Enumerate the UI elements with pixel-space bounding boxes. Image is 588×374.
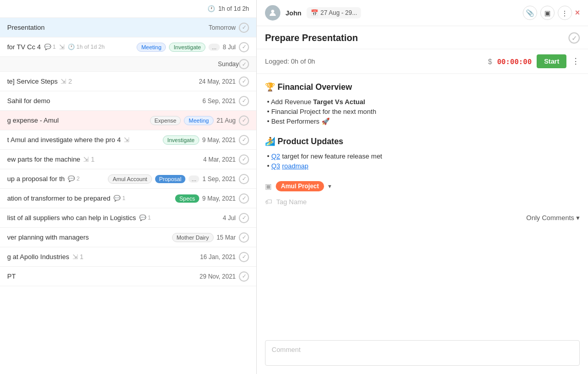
task-row[interactable]: ver planning with managersMother Dairy15… [0, 228, 256, 247]
check-circle[interactable]: ✓ [239, 135, 249, 145]
task-title: ew parts for the machine [7, 155, 80, 163]
tag-row: 🏷 Tag Name [265, 198, 580, 206]
task-title: g at Apollo Industries [7, 253, 69, 261]
task-date: 21 Aug [217, 117, 236, 124]
check-circle[interactable]: ✓ [239, 232, 249, 243]
task-row-left: list of all suppliers who can help in Lo… [7, 214, 219, 222]
tag-icon: 🏷 [265, 198, 272, 206]
attachment-button[interactable]: 📎 [523, 6, 537, 20]
task-badge: Specs [175, 194, 199, 203]
close-button[interactable]: × [575, 8, 580, 17]
check-circle[interactable]: ✓ [239, 174, 249, 184]
only-comments-button[interactable]: Only Comments ▾ [526, 214, 580, 222]
q2-link[interactable]: Q2 [271, 152, 280, 160]
task-row-right: 6 Sep, 2021✓ [202, 96, 249, 106]
left-header: 🕐 1h of 1d 2h [0, 0, 256, 18]
task-row-right: MeetingInvestigate...8 Jul✓ [137, 42, 249, 52]
task-title: up a proposal for th [7, 175, 65, 183]
task-row-right: 24 May, 2021✓ [199, 76, 249, 87]
task-date: 9 May, 2021 [202, 195, 236, 202]
square-button[interactable]: ▣ [540, 6, 555, 20]
task-title-bar: Prepare Presentation ✓ [257, 26, 588, 49]
task-badge: Mother Dairy [172, 233, 214, 242]
more-button[interactable]: ... [188, 175, 199, 183]
task-row[interactable]: g expense - AmulExpenseMeeting21 Aug✓ [0, 111, 256, 130]
bullet-item: Add Revenue Target Vs Actual [267, 97, 580, 107]
task-title: te] Service Steps [7, 77, 58, 85]
bullet-item: Financial Project for the next month [267, 107, 580, 116]
check-circle[interactable]: ✓ [239, 193, 249, 204]
q3-link[interactable]: Q3 [271, 162, 280, 170]
project-badge[interactable]: Amul Project [276, 181, 324, 191]
dollar-icon: $ [488, 57, 492, 66]
comment-icon: 💬 1 [44, 44, 56, 50]
task-row[interactable]: list of all suppliers who can help in Lo… [0, 208, 256, 228]
task-row-right: Mother Dairy15 Mar✓ [172, 232, 249, 243]
task-row-right: 29 Nov, 2021✓ [200, 271, 250, 282]
roadmap-link[interactable]: roadmap [282, 162, 308, 170]
task-title: g expense - Amul [7, 116, 59, 124]
task-row-right: Tomorrow✓ [208, 23, 249, 33]
logged-label: Logged: 0h of 0h [265, 57, 483, 65]
product-bullets: Q2 target for new feature release met Q3… [265, 151, 580, 171]
check-circle[interactable]: ✓ [239, 76, 249, 87]
task-row-left: Presentation [7, 24, 204, 31]
comment-input[interactable]: Comment [265, 340, 580, 366]
subtask-icon: ⇲ [124, 136, 129, 144]
subtask-icon: ⇲ 2 [61, 77, 72, 85]
subtask-icon: ⇲ [59, 43, 65, 51]
product-heading: 🏄 Product Updates [265, 136, 580, 146]
task-row-right: Investigate9 May, 2021✓ [163, 135, 249, 145]
check-circle[interactable]: ✓ [239, 23, 249, 33]
check-circle[interactable]: ✓ [239, 96, 249, 106]
task-row[interactable]: PT29 Nov, 2021✓ [0, 267, 256, 286]
only-comments-row: Only Comments ▾ [265, 214, 580, 222]
dropdown-icon: ▾ [576, 214, 580, 222]
task-badge: Investigate [169, 43, 205, 52]
task-title: ation of transformer to be prepared [7, 194, 110, 202]
financial-section: 🏆 Financial Overview Add Revenue Target … [265, 82, 580, 126]
check-circle[interactable]: ✓ [239, 115, 249, 126]
task-row-left: g at Apollo Industries⇲ 1 [7, 253, 196, 261]
task-title: ver planning with managers [7, 233, 89, 241]
task-badge: Proposal [155, 175, 185, 183]
start-button[interactable]: Start [537, 54, 566, 68]
task-badge: Amul Account [108, 174, 151, 184]
task-row[interactable]: for TV Cc 4💬 1⇲🕐 1h of 1d 2hMeetingInves… [0, 37, 256, 57]
check-circle[interactable]: ✓ [239, 42, 249, 52]
check-circle[interactable]: ✓ [239, 252, 249, 262]
check-circle[interactable]: ✓ [239, 213, 249, 223]
task-date: 16 Jan, 2021 [200, 253, 236, 261]
timer-more-button[interactable]: ⋮ [572, 56, 580, 66]
task-row-left: te] Service Steps⇲ 2 [7, 77, 195, 85]
task-row[interactable]: te] Service Steps⇲ 224 May, 2021✓ [0, 72, 256, 91]
product-section: 🏄 Product Updates Q2 target for new feat… [265, 136, 580, 171]
check-circle[interactable]: ✓ [239, 271, 249, 282]
svg-point-0 [271, 10, 274, 13]
task-done-check[interactable]: ✓ [568, 32, 580, 44]
task-row[interactable]: g at Apollo Industries⇲ 116 Jan, 2021✓ [0, 247, 256, 267]
task-content: 🏆 Financial Overview Add Revenue Target … [257, 74, 588, 340]
right-header: John 📅 27 Aug - 29... 📎 ▣ ⋮ × [257, 0, 588, 26]
task-list: PresentationTomorrow✓for TV Cc 4💬 1⇲🕐 1h… [0, 18, 256, 286]
task-badge: Meeting [137, 43, 166, 52]
task-row[interactable]: t Amul and investigate where the pro 4⇲I… [0, 130, 256, 150]
task-row-left: for TV Cc 4💬 1⇲🕐 1h of 1d 2h [7, 43, 132, 51]
check-circle[interactable]: ✓ [239, 59, 249, 69]
tag-placeholder[interactable]: Tag Name [276, 198, 307, 206]
task-badge: Expense [150, 116, 181, 125]
more-options-button[interactable]: ⋮ [558, 6, 572, 20]
task-row[interactable]: Sahil for demo6 Sep, 2021✓ [0, 91, 256, 111]
project-dropdown-arrow[interactable]: ▾ [328, 183, 331, 190]
avatar [265, 5, 280, 21]
bullet-item: Best Performers 🚀 [267, 116, 580, 126]
task-row[interactable]: ation of transformer to be prepared💬 1Sp… [0, 189, 256, 208]
more-button[interactable]: ... [208, 44, 219, 51]
task-row[interactable]: ew parts for the machine⇲ 14 Mar, 2021✓ [0, 150, 256, 169]
timer-display: 00:00:00 [497, 57, 532, 66]
task-row[interactable]: PresentationTomorrow✓ [0, 18, 256, 37]
task-row-right: 16 Jan, 2021✓ [200, 252, 249, 262]
check-circle[interactable]: ✓ [239, 154, 249, 165]
date-range[interactable]: 📅 27 Aug - 29... [307, 7, 361, 18]
task-row[interactable]: up a proposal for th💬 2Amul AccountPropo… [0, 169, 256, 189]
